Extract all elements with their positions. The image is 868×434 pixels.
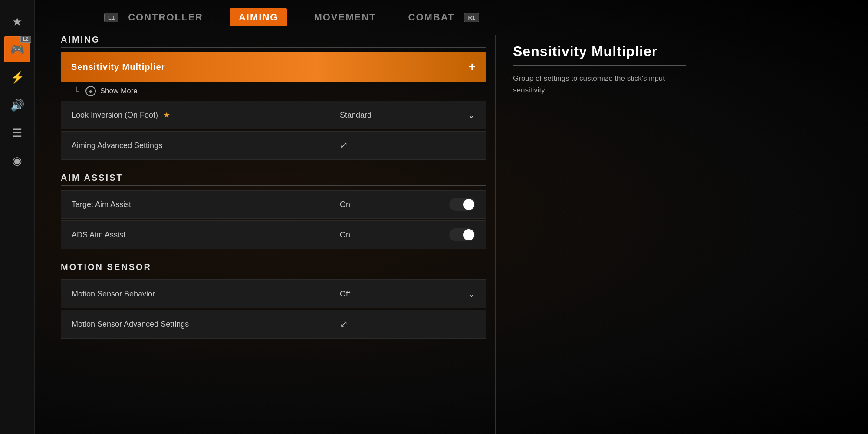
badge-r1: R1 — [464, 13, 479, 22]
motion-sensor-behavior-label-cell: Motion Sensor Behavior — [61, 280, 329, 308]
sensitivity-multiplier-row[interactable]: Sensitivity Multiplier + — [61, 52, 486, 82]
section-header-motion-sensor: MOTION SENSOR — [61, 262, 486, 275]
section-aiming: AIMING Sensitivity Multiplier + └ ● Show… — [61, 35, 486, 160]
page-wrapper: ★ 🎮 L2 ⚡ 🔊 ☰ ◉ L1 CONTROLLER AIMING — [0, 0, 868, 434]
aiming-advanced-label: Aiming Advanced Settings — [72, 141, 162, 150]
nav-tabs: L1 CONTROLLER AIMING MOVEMENT COMBAT R1 — [61, 0, 868, 35]
look-inversion-value-cell[interactable]: Standard ⌄ — [329, 109, 486, 121]
main-content: L1 CONTROLLER AIMING MOVEMENT COMBAT R1 … — [35, 0, 868, 434]
motion-sensor-advanced-label-cell: Motion Sensor Advanced Settings — [61, 310, 329, 338]
detail-description: Group of settings to customize the stick… — [513, 72, 686, 96]
aiming-advanced-label-cell: Aiming Advanced Settings — [61, 132, 329, 159]
look-inversion-chevron-icon: ⌄ — [467, 109, 475, 121]
sidebar-item-network[interactable]: ◉ — [4, 148, 30, 174]
motion-sensor-advanced-label: Motion Sensor Advanced Settings — [72, 320, 189, 329]
sidebar-item-audio[interactable]: 🔊 — [4, 92, 30, 118]
motion-sensor-behavior-chevron-icon: ⌄ — [467, 288, 475, 299]
sidebar: ★ 🎮 L2 ⚡ 🔊 ☰ ◉ — [0, 0, 35, 434]
settings-panel: AIMING Sensitivity Multiplier + └ ● Show… — [61, 35, 495, 434]
tab-wrapper-controller: L1 CONTROLLER — [104, 8, 208, 26]
motion-sensor-behavior-row[interactable]: Motion Sensor Behavior Off ⌄ — [61, 279, 486, 308]
show-more-label: Show More — [100, 87, 138, 95]
motion-sensor-advanced-value-cell[interactable]: ⤢ — [329, 319, 486, 330]
section-header-aim-assist: AIM ASSIST — [61, 173, 486, 186]
interface-icon: ☰ — [12, 126, 22, 140]
tab-aiming[interactable]: AIMING — [230, 8, 287, 26]
ads-aim-assist-row[interactable]: ADS Aim Assist On — [61, 220, 486, 249]
tab-combat[interactable]: COMBAT — [403, 8, 460, 26]
gamepad-icon: 🎮 — [10, 43, 24, 56]
target-aim-assist-toggle-knob — [463, 199, 474, 210]
target-aim-assist-value-cell[interactable]: On — [329, 198, 486, 211]
badge-l1: L1 — [104, 13, 118, 22]
sidebar-item-interface[interactable]: ☰ — [4, 120, 30, 146]
ads-aim-assist-label: ADS Aim Assist — [72, 230, 125, 240]
aiming-advanced-row[interactable]: Aiming Advanced Settings ⤢ — [61, 131, 486, 160]
sidebar-item-favorites[interactable]: ★ — [4, 9, 30, 35]
show-more-row[interactable]: └ ● Show More — [61, 82, 486, 101]
sidebar-badge-l2: L2 — [20, 36, 31, 43]
tab-controller[interactable]: CONTROLLER — [123, 8, 208, 26]
target-aim-assist-toggle[interactable] — [449, 198, 475, 211]
motion-sensor-advanced-row[interactable]: Motion Sensor Advanced Settings ⤢ — [61, 310, 486, 339]
star-icon: ★ — [12, 15, 22, 29]
network-icon: ◉ — [12, 154, 22, 168]
motion-sensor-behavior-value: Off — [340, 289, 350, 299]
sensitivity-multiplier-label: Sensitivity Multiplier — [71, 62, 165, 72]
look-inversion-star-icon: ★ — [163, 110, 170, 120]
tab-wrapper-combat: COMBAT R1 — [403, 8, 480, 26]
ads-aim-assist-toggle[interactable] — [449, 228, 475, 241]
motion-sensor-behavior-label: Motion Sensor Behavior — [72, 289, 155, 299]
display-icon: ⚡ — [10, 71, 24, 84]
look-inversion-row[interactable]: Look Inversion (On Foot) ★ Standard ⌄ — [61, 101, 486, 129]
look-inversion-value: Standard — [340, 111, 372, 120]
target-aim-assist-label-cell: Target Aim Assist — [61, 191, 329, 218]
section-motion-sensor: MOTION SENSOR Motion Sensor Behavior Off… — [61, 262, 486, 339]
right-detail-panel: Sensitivity Multiplier Group of settings… — [495, 35, 703, 434]
tab-wrapper-aiming: AIMING — [230, 8, 287, 26]
ads-aim-assist-value: On — [340, 230, 350, 240]
content-area: AIMING Sensitivity Multiplier + └ ● Show… — [61, 35, 868, 434]
sensitivity-plus-icon: + — [469, 60, 476, 74]
look-inversion-label: Look Inversion (On Foot) — [72, 111, 158, 120]
detail-title: Sensitivity Multiplier — [513, 43, 686, 66]
audio-icon: 🔊 — [10, 99, 24, 112]
look-inversion-label-cell: Look Inversion (On Foot) ★ — [61, 101, 329, 129]
ads-aim-assist-label-cell: ADS Aim Assist — [61, 221, 329, 249]
aiming-advanced-value-cell[interactable]: ⤢ — [329, 140, 486, 151]
motion-sensor-advanced-link-icon: ⤢ — [340, 319, 348, 330]
ads-aim-assist-value-cell[interactable]: On — [329, 228, 486, 241]
section-aim-assist: AIM ASSIST Target Aim Assist On — [61, 173, 486, 249]
target-aim-assist-value: On — [340, 200, 350, 209]
sidebar-item-controller[interactable]: 🎮 L2 — [4, 36, 30, 62]
motion-sensor-behavior-value-cell[interactable]: Off ⌄ — [329, 288, 486, 299]
show-more-circle-icon: ● — [85, 86, 96, 96]
target-aim-assist-label: Target Aim Assist — [72, 200, 131, 209]
aiming-advanced-link-icon: ⤢ — [340, 140, 348, 151]
tab-movement[interactable]: MOVEMENT — [309, 8, 381, 26]
ads-aim-assist-toggle-knob — [463, 229, 474, 240]
sidebar-item-display[interactable]: ⚡ — [4, 64, 30, 90]
l-connector-icon: └ — [74, 87, 79, 96]
tab-wrapper-movement: MOVEMENT — [309, 8, 381, 26]
target-aim-assist-row[interactable]: Target Aim Assist On — [61, 190, 486, 219]
section-header-aiming: AIMING — [61, 35, 486, 48]
